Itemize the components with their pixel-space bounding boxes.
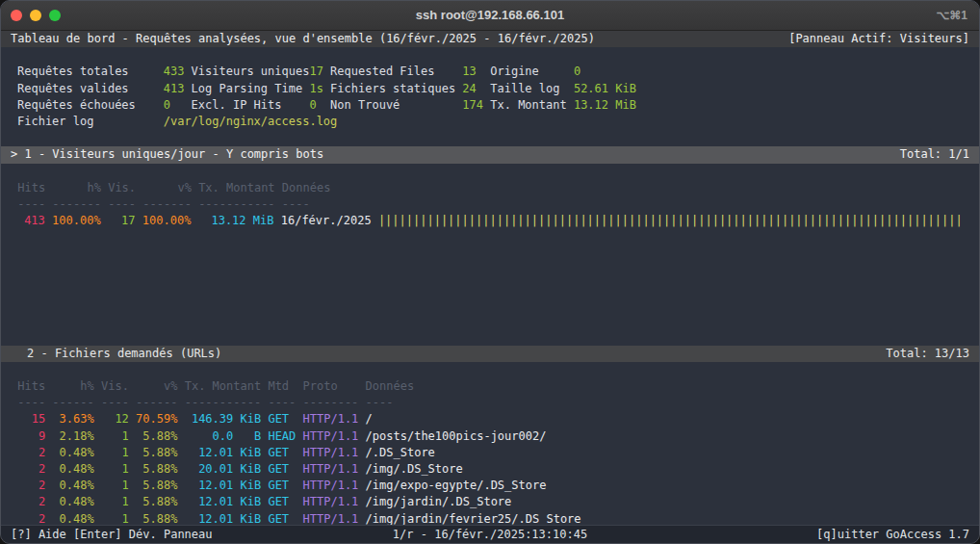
table-row[interactable]: 20.48%15.88%12.01 KiBGETHTTP/1.1/.DS_Sto… xyxy=(1,445,979,461)
proto-cell: HTTP/1.1 xyxy=(303,461,359,478)
proto-cell: HTTP/1.1 xyxy=(303,428,359,445)
panel-1-title: > 1 - Visiteurs uniques/jour - Y compris… xyxy=(11,146,323,163)
dashboard-title-bar: Tableau de bord - Requêtes analysées, vu… xyxy=(1,31,979,47)
header-divider: ---- xyxy=(366,395,394,411)
header-divider: ---- xyxy=(101,395,129,411)
column-header: Proto xyxy=(303,378,359,395)
header-divider-row: ------------------------------------- xyxy=(1,196,979,213)
table-row[interactable]: 20.48%15.88%12.01 KiBGETHTTP/1.1/img/jar… xyxy=(1,494,979,510)
summary-value: 1s xyxy=(309,81,330,97)
column-header: Hits xyxy=(11,378,45,395)
mtd-cell: GET xyxy=(268,411,296,427)
header-divider: ------ xyxy=(136,395,177,411)
column-header: h% xyxy=(52,180,101,196)
summary-label: Non Trouvé xyxy=(330,97,462,114)
header-divider: ----------- xyxy=(198,196,274,213)
hits-cell: 2 xyxy=(11,478,45,494)
hits-cell: 2 xyxy=(11,494,45,510)
table-row[interactable]: 413100.00%17100.00%13.12 MiB16/févr./202… xyxy=(1,213,979,229)
hits-cell: 413 xyxy=(11,213,45,229)
hpct-cell: 2.18% xyxy=(52,428,93,445)
summary-value: 17 xyxy=(309,64,330,80)
summary-value: 174 xyxy=(462,97,490,114)
panel-2-header-bar[interactable]: 2 - Fichiers demandés (URLs) Total: 13/1… xyxy=(1,346,979,362)
header-divider: ----------- xyxy=(185,395,261,411)
header-divider: ------- xyxy=(142,196,192,213)
table-row[interactable]: 20.48%15.88%12.01 KiBGETHTTP/1.1/img/exp… xyxy=(1,478,979,494)
header-divider: ---- xyxy=(11,196,45,213)
header-divider: ---- xyxy=(108,196,136,213)
summary-value: 13 xyxy=(462,64,490,80)
data-cell: /img/jardin/.DS_Store xyxy=(366,494,512,510)
panel-2-total: Total: 13/13 xyxy=(886,346,969,362)
window-titlebar[interactable]: ssh root@192.168.66.101 ⌥⌘1 xyxy=(1,1,979,31)
active-panel-indicator: [Panneau Actif: Visiteurs] xyxy=(788,31,969,47)
bar-sparkline: ||||||||||||||||||||||||||||||||||||||||… xyxy=(378,213,963,229)
window-title: ssh root@192.168.66.101 xyxy=(1,1,979,30)
summary-value: 433 xyxy=(164,64,192,80)
vpct-cell: 70.59% xyxy=(136,411,177,427)
hits-cell: 2 xyxy=(11,511,45,525)
hits-cell: 2 xyxy=(11,461,45,478)
table-row[interactable]: 20.48%15.88%12.01 KiBGETHTTP/1.1/img/jar… xyxy=(1,511,979,525)
hpct-cell: 0.48% xyxy=(52,445,93,461)
summary-label: Log Parsing Time xyxy=(192,81,310,97)
table-row[interactable]: 153.63%1270.59%146.39 KiBGETHTTP/1.1/ xyxy=(1,411,979,427)
column-header: Mtd xyxy=(268,378,296,395)
vis-cell: 12 xyxy=(101,411,129,427)
column-header: Données xyxy=(282,180,373,196)
help-hint: [?] Aide [Enter] Dév. Panneau xyxy=(11,528,393,541)
vpct-cell: 5.88% xyxy=(136,428,177,445)
table-row[interactable]: 92.18%15.88%0.0 BHEADHTTP/1.1/posts/the1… xyxy=(1,428,979,445)
summary-value: 0 xyxy=(309,97,330,114)
mtd-cell: GET xyxy=(268,478,296,494)
summary-value: 413 xyxy=(164,81,192,97)
header-divider: ------- xyxy=(52,196,101,213)
summary-value: 0 xyxy=(164,97,192,114)
tx-cell: 12.01 KiB xyxy=(185,511,261,525)
hits-cell: 2 xyxy=(11,445,45,461)
tx-cell: 12.01 KiB xyxy=(185,478,261,494)
column-header: Tx. Montant xyxy=(185,378,261,395)
data-cell: /img/expo-egypte/.DS_Store xyxy=(366,478,547,494)
terminal-screen[interactable]: Tableau de bord - Requêtes analysées, vu… xyxy=(1,31,979,525)
tx-cell: 146.39 KiB xyxy=(185,411,261,427)
data-cell: /img/jardin/fevrier25/.DS_Store xyxy=(366,511,581,525)
column-header: Hits xyxy=(11,180,45,196)
column-header-row: Hitsh%Vis.v%Tx. MontantMtdProtoDonnées xyxy=(1,378,979,395)
panel-1-table: Hitsh%Vis.v%Tx. MontantDonnées----------… xyxy=(1,180,979,230)
hpct-cell: 0.48% xyxy=(52,494,93,510)
summary-label: Taille log xyxy=(490,81,574,97)
column-header: Tx. Montant xyxy=(198,180,274,196)
vis-cell: 1 xyxy=(101,478,129,494)
data-cell: /img/.DS_Store xyxy=(366,461,463,478)
vis-cell: 1 xyxy=(101,428,129,445)
position-and-time: 1/r - 16/févr./2025:13:10:45 xyxy=(393,528,587,541)
terminal-window: ssh root@192.168.66.101 ⌥⌘1 Tableau de b… xyxy=(0,0,980,544)
summary-label: Excl. IP Hits xyxy=(192,97,310,114)
column-header: v% xyxy=(136,378,177,395)
hits-cell: 15 xyxy=(11,411,45,427)
vpct-cell: 5.88% xyxy=(136,445,177,461)
summary-label: Requested Files xyxy=(330,64,462,80)
vpct-cell: 5.88% xyxy=(136,494,177,510)
summary-label: Requêtes valides xyxy=(17,81,164,97)
panel-2-title: 2 - Fichiers demandés (URLs) xyxy=(11,346,221,362)
hpct-cell: 0.48% xyxy=(52,478,93,494)
mtd-cell: GET xyxy=(268,445,296,461)
summary-row: Fichier log/var/log/nginx/access.log xyxy=(1,114,979,130)
summary-label: Requêtes totales xyxy=(17,64,164,80)
header-divider-row: ----------------------------------------… xyxy=(1,395,979,411)
panel-1-header-bar[interactable]: > 1 - Visiteurs uniques/jour - Y compris… xyxy=(1,146,979,163)
dashboard-title: Tableau de bord - Requêtes analysées, vu… xyxy=(11,31,595,47)
mtd-cell: GET xyxy=(268,494,296,510)
vis-cell: 1 xyxy=(101,445,129,461)
summary-row: Requêtes totales433Visiteurs uniques17Re… xyxy=(1,64,979,80)
vpct-cell: 5.88% xyxy=(136,511,177,525)
tx-cell: 20.01 KiB xyxy=(185,461,261,478)
vis-cell: 1 xyxy=(101,511,129,525)
column-header: v% xyxy=(142,180,192,196)
header-divider: ---- xyxy=(282,196,373,213)
vpct-cell: 100.00% xyxy=(142,213,192,229)
table-row[interactable]: 20.48%15.88%20.01 KiBGETHTTP/1.1/img/.DS… xyxy=(1,461,979,478)
